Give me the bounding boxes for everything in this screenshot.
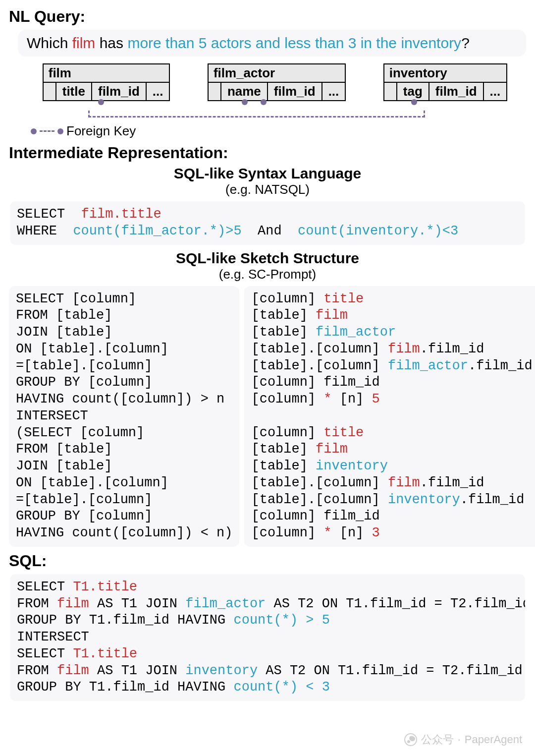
col: title	[56, 83, 92, 100]
ir-heading: Intermediate Representation:	[9, 144, 526, 162]
syntax-title: SQL-like Syntax Language	[9, 165, 526, 182]
watermark-label1: 公众号	[421, 732, 454, 747]
natsql-code: SELECT film.title WHERE count(film_actor…	[10, 201, 525, 245]
col: ...	[484, 83, 507, 100]
nl-film: film	[72, 35, 96, 51]
foreign-key-legend: Foreign Key	[31, 123, 526, 139]
nl-q: ?	[461, 35, 470, 51]
table-name: film_actor	[209, 64, 345, 83]
fk-dot-icon	[31, 128, 37, 134]
syntax-sub: (e.g. NATSQL)	[9, 182, 526, 197]
col: tag	[397, 83, 429, 100]
nl-highlight: more than 5 actors and less than 3 in th…	[127, 35, 461, 51]
col: ...	[147, 83, 169, 100]
col: film_id	[429, 83, 484, 100]
sql-code: SELECT T1.title FROM film AS T1 JOIN fil…	[10, 574, 525, 701]
watermark: 公众号 · PaperAgent	[404, 732, 522, 747]
schema-table-film-actor: film_actor name film_id ...	[208, 63, 346, 101]
col: ...	[322, 83, 345, 100]
table-name: inventory	[384, 64, 506, 83]
fk-dash-icon	[40, 130, 54, 132]
nl-query-heading: NL Query:	[9, 7, 526, 26]
sketch-sub: (e.g. SC-Prompt)	[9, 267, 526, 282]
fk-legend-label: Foreign Key	[66, 123, 136, 139]
nl-pre: Which	[27, 35, 72, 51]
col: name	[221, 83, 268, 100]
watermark-sep: ·	[458, 733, 461, 746]
nl-query-text: Which film has more than 5 actors and le…	[18, 30, 526, 57]
fk-dot-icon	[57, 128, 63, 134]
col: film_id	[268, 83, 322, 100]
nl-mid: has	[95, 35, 127, 51]
schema-diagram: film title film_id ... film_actor name f…	[24, 63, 526, 101]
sketch-left-panel: SELECT [column] FROM [table] JOIN [table…	[9, 286, 239, 547]
schema-table-inventory: inventory tag film_id ...	[383, 63, 507, 101]
sketch-title: SQL-like Sketch Structure	[9, 250, 526, 267]
sketch-right-panel: [column] title[table] film[table] film_a…	[244, 286, 535, 547]
watermark-label2: PaperAgent	[465, 733, 522, 746]
col: film_id	[92, 83, 147, 100]
schema-table-film: film title film_id ...	[43, 63, 170, 101]
table-name: film	[44, 64, 169, 83]
sketch-panels: SELECT [column] FROM [table] JOIN [table…	[9, 286, 526, 547]
wechat-icon	[404, 733, 417, 746]
sql-heading: SQL:	[9, 552, 526, 570]
